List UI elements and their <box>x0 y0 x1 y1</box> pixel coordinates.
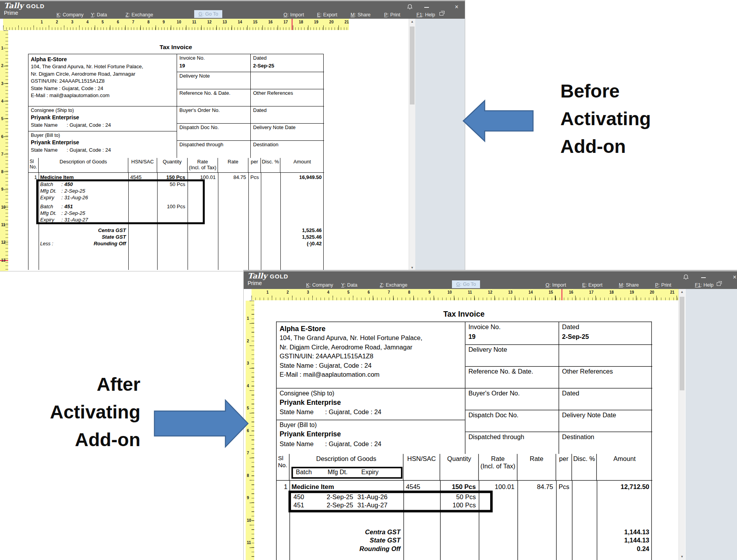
scroll-down-icon[interactable]: ▼ <box>679 554 685 560</box>
menu-label: Print <box>661 282 671 288</box>
after-line-3: Add-on <box>15 426 140 454</box>
item-qty: 150 Pcs <box>440 483 476 491</box>
ruler-number: 17 <box>283 20 288 24</box>
menu-data[interactable]: Y:Data <box>91 12 107 18</box>
meta-dated2: Dated <box>559 388 652 410</box>
menu-key: O <box>283 12 287 18</box>
batch-highlight-box <box>289 491 493 512</box>
meta-label: Dispatched through <box>179 142 248 147</box>
meta-dispatch-doc: Dispatch Doc No. <box>466 410 559 432</box>
menu-export[interactable]: E:Export <box>582 282 602 288</box>
menu-label: Share <box>358 12 370 18</box>
menu-import[interactable]: O:Import <box>546 282 566 288</box>
notification-bell-icon[interactable] <box>682 274 689 280</box>
meta-label: Delivery Note <box>179 73 248 79</box>
ruler-number: 8 <box>147 20 150 24</box>
consignee-label: Consignee (Ship to) <box>31 108 174 113</box>
meta-dispatched-through: Dispatched through <box>177 141 251 158</box>
col-rate: Rate <box>517 454 556 481</box>
minimize-icon[interactable] <box>700 274 707 280</box>
menu-export[interactable]: E:Export <box>317 12 337 18</box>
ruler-number: 8 <box>247 473 249 477</box>
central-gst-label: Centra GST <box>39 227 126 234</box>
item-amount: 16,949.50 <box>280 174 322 181</box>
menu-print[interactable]: P:Print <box>655 282 671 288</box>
menu-key: Y <box>91 12 94 18</box>
close-icon[interactable]: × <box>731 274 737 280</box>
ruler-number: 11 <box>1 223 5 227</box>
col-quantity: Quantity <box>440 454 479 481</box>
menu-label: Import <box>552 282 566 288</box>
menu-go-to[interactable]: G:Go To <box>452 280 480 288</box>
batch-columns-highlight-box: Batch Mfg Dt. Expiry <box>291 467 402 479</box>
menu-company[interactable]: K:Company <box>57 12 83 18</box>
menu-exchange[interactable]: Z:Exchange <box>126 12 153 18</box>
seller-state: State Name : Gujarat, Code : 24 <box>31 85 174 92</box>
meta-destination: Destination <box>251 141 324 158</box>
scroll-up-icon[interactable]: ▲ <box>679 289 685 295</box>
ruler-number: 9 <box>428 290 431 294</box>
tally-prime-logo: TallyGOLD Prime <box>248 272 288 286</box>
after-line-1: After <box>15 370 140 398</box>
consignee-state-value: : Gujarat, Code : 24 <box>325 408 381 416</box>
minimize-icon[interactable] <box>423 4 430 10</box>
col-hsn: HSN/SAC <box>128 158 157 173</box>
menu-print[interactable]: P:Print <box>384 12 400 18</box>
state-gst-amount: 1,525.46 <box>280 234 322 240</box>
meta-dated: Dated2-Sep-25 <box>251 54 324 72</box>
ruler-number: 11 <box>468 290 472 294</box>
menu-exchange[interactable]: Z:Exchange <box>380 282 407 288</box>
menu-import[interactable]: O:Import <box>283 12 304 18</box>
vertical-scrollbar[interactable]: ▲ ▼ <box>679 289 685 560</box>
ruler-number: 7 <box>1 152 4 156</box>
menu-key: F1 <box>695 282 701 288</box>
menu-help[interactable]: F1:Help <box>416 12 435 18</box>
menu-sep: : <box>354 12 356 18</box>
ruler-number: 10 <box>448 290 452 294</box>
ruler-number: 17 <box>589 290 593 294</box>
state-gst-label: State GST <box>39 234 126 240</box>
seller-name: Alpha E-Store <box>280 324 462 333</box>
menu-help[interactable]: F1:Help <box>695 282 714 288</box>
gst-state-row: State GST 1,144.13 <box>276 537 651 545</box>
ruler-number: 12 <box>488 290 492 294</box>
state-gst-amount: 1,144.13 <box>597 537 649 544</box>
menu-label: Print <box>390 12 400 18</box>
restore-icon[interactable] <box>439 10 446 16</box>
meta-label: Other References <box>253 90 322 96</box>
menu-label: Company <box>63 12 84 18</box>
menu-data[interactable]: Y:Data <box>341 282 358 288</box>
close-icon[interactable]: × <box>453 4 460 10</box>
ruler-number: 3 <box>71 20 73 24</box>
meta-label: Reference No. & Date. <box>179 90 248 96</box>
restore-icon[interactable] <box>716 280 723 287</box>
ruler-number: 20 <box>650 290 654 294</box>
menu-share[interactable]: M:Share <box>351 12 370 18</box>
horizontal-ruler: 123456789101112131415161718192021 <box>3 19 349 30</box>
menu-go-to[interactable]: G:Go To <box>194 10 222 18</box>
seller-address-2: Nr. Digjam Circle, Aerodrome Road, Jamna… <box>31 71 174 78</box>
meta-label: Reference No. & Date. <box>468 368 556 375</box>
meta-dated2: Dated <box>251 106 324 124</box>
vertical-scrollbar[interactable]: ▲ ▼ <box>409 19 415 271</box>
menu-key: M <box>351 12 354 18</box>
scrollbar-thumb[interactable] <box>410 27 415 105</box>
invoice-meta-grid: Invoice No.19 Dated2-Sep-25 Delivery Not… <box>177 54 324 158</box>
rounding-label: Rounding Off <box>289 545 400 553</box>
menu-company[interactable]: K:Company <box>306 282 333 288</box>
seller-address-1: 104, The Grand Apurva, Nr. Hotel Fortune… <box>31 63 174 71</box>
ruler-number: 14 <box>238 20 242 24</box>
notification-bell-icon[interactable] <box>406 4 413 10</box>
scrollbar-thumb[interactable] <box>680 297 684 390</box>
menu-sep: : <box>320 12 321 18</box>
ruler-number: 10 <box>1 205 5 209</box>
ruler-number: 16 <box>569 290 573 294</box>
menu-key: Z <box>126 12 129 18</box>
meta-label: Invoice No. <box>468 323 556 330</box>
gst-central-row: Centra GST 1,525.46 <box>28 227 323 234</box>
ruler-number: 8 <box>408 290 411 294</box>
scroll-up-icon[interactable]: ▲ <box>409 19 415 25</box>
ruler-number: 1 <box>247 316 249 321</box>
ruler-number: 9 <box>163 20 165 24</box>
menu-share[interactable]: M:Share <box>619 282 639 288</box>
